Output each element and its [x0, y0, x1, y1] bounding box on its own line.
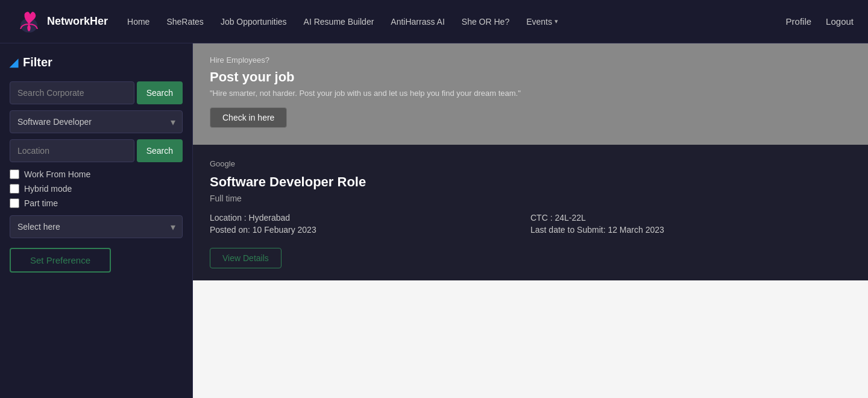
events-chevron-icon: ▾: [555, 17, 558, 25]
nav-right: Profile Logout: [786, 16, 854, 27]
parttime-label: Part time: [24, 198, 58, 208]
job-type: Full time: [210, 194, 851, 203]
search-corporate-input[interactable]: [10, 81, 134, 104]
select-here-wrapper: Select here Option 1 Option 2: [10, 215, 183, 238]
wfh-label: Work From Home: [24, 169, 90, 179]
hire-subtitle: "Hire smarter, not harder. Post your job…: [210, 89, 851, 98]
hire-card: Hire Employees? Post your job "Hire smar…: [193, 43, 868, 145]
location-search-row: Search: [10, 139, 183, 162]
main-layout: ◢ Filter Search Software Developer Data …: [0, 43, 868, 398]
job-meta: Location : Hyderabad Posted on: 10 Febua…: [210, 213, 851, 237]
filter-title: ◢ Filter: [10, 55, 183, 69]
job-meta-left: Location : Hyderabad Posted on: 10 Febua…: [210, 213, 530, 237]
nav-antiharrass[interactable]: AntiHarrass AI: [391, 17, 444, 27]
nav-profile[interactable]: Profile: [786, 16, 812, 27]
logo[interactable]: NetworkHer: [14, 7, 108, 36]
job-card: Google Software Developer Role Full time…: [193, 145, 868, 280]
location-input[interactable]: [10, 139, 134, 162]
role-dropdown[interactable]: Software Developer Data Scientist Produc…: [10, 110, 183, 133]
view-details-button[interactable]: View Details: [210, 248, 281, 268]
content-area: Hire Employees? Post your job "Hire smar…: [193, 43, 868, 398]
job-ctc: CTC : 24L-22L: [530, 213, 851, 223]
job-posted: Posted on: 10 Febuary 2023: [210, 225, 530, 235]
job-last-date: Last date to Submit: 12 March 2023: [530, 225, 851, 235]
select-here-dropdown[interactable]: Select here Option 1 Option 2: [10, 215, 183, 238]
checkboxes-group: Work From Home Hybrid mode Part time: [10, 169, 183, 208]
parttime-checkbox-label[interactable]: Part time: [10, 198, 183, 208]
hybrid-checkbox[interactable]: [10, 184, 19, 194]
wfh-checkbox-label[interactable]: Work From Home: [10, 169, 183, 179]
logo-text: NetworkHer: [47, 15, 108, 28]
wfh-checkbox[interactable]: [10, 169, 19, 179]
job-location: Location : Hyderabad: [210, 213, 530, 223]
hybrid-checkbox-label[interactable]: Hybrid mode: [10, 184, 183, 194]
nav-events[interactable]: Events ▾: [526, 17, 558, 27]
nav-sherates[interactable]: SheRates: [166, 17, 203, 27]
nav-she-or-he[interactable]: She OR He?: [462, 17, 509, 27]
nav-logout[interactable]: Logout: [826, 16, 854, 27]
filter-icon: ◢: [10, 56, 18, 69]
nav-job-opportunities[interactable]: Job Opportunities: [221, 17, 287, 27]
check-in-button[interactable]: Check in here: [210, 107, 287, 128]
hybrid-label: Hybrid mode: [24, 184, 72, 194]
nav-ai-resume[interactable]: AI Resume Builder: [304, 17, 374, 27]
role-dropdown-wrapper: Software Developer Data Scientist Produc…: [10, 110, 183, 133]
search-corporate-row: Search: [10, 81, 183, 104]
nav-home[interactable]: Home: [127, 17, 149, 27]
hire-tag: Hire Employees?: [210, 55, 851, 65]
job-meta-right: CTC : 24L-22L Last date to Submit: 12 Ma…: [530, 213, 851, 237]
main-nav: Home SheRates Job Opportunities AI Resum…: [127, 17, 786, 27]
hire-title: Post your job: [210, 69, 851, 85]
job-title: Software Developer Role: [210, 174, 851, 190]
parttime-checkbox[interactable]: [10, 198, 19, 208]
sidebar: ◢ Filter Search Software Developer Data …: [0, 43, 193, 398]
search-corporate-button[interactable]: Search: [137, 81, 183, 104]
search-location-button[interactable]: Search: [137, 139, 183, 162]
set-preference-button[interactable]: Set Preference: [10, 248, 111, 273]
job-company: Google: [210, 159, 851, 168]
